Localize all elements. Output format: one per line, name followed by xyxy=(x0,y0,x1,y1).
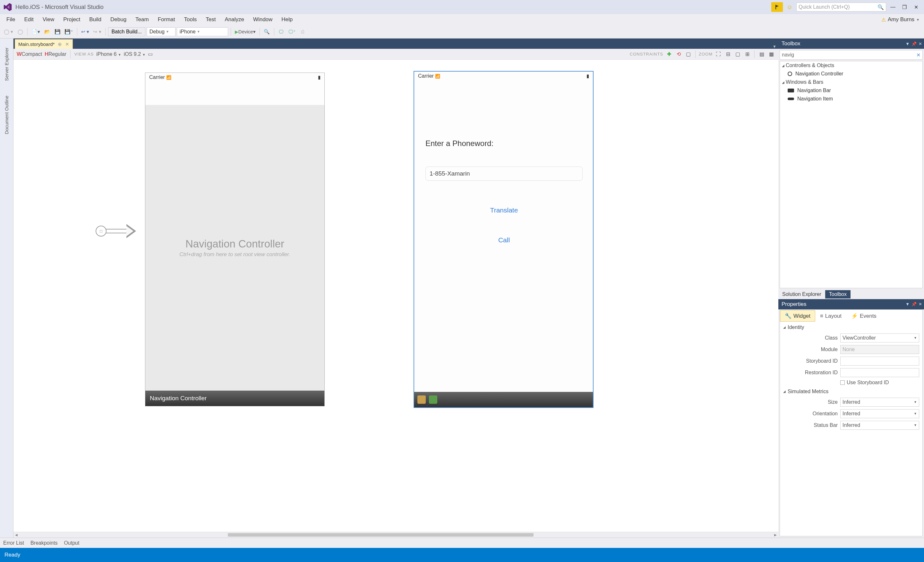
translate-button[interactable]: Translate xyxy=(425,206,583,214)
scene-dock[interactable] xyxy=(414,392,593,407)
close-tab-icon[interactable]: ✕ xyxy=(65,41,69,47)
menu-debug[interactable]: Debug xyxy=(106,15,131,24)
tab-output[interactable]: Output xyxy=(64,540,79,546)
size-class-w[interactable]: WWCompactCompact xyxy=(16,51,42,57)
menu-help[interactable]: Help xyxy=(277,15,297,24)
constraint-update-icon[interactable]: ⟲ xyxy=(675,50,682,58)
tab-toolbox[interactable]: Toolbox xyxy=(825,290,850,299)
document-tab-main-storyboard[interactable]: Main.storyboard* ⊕ ✕ xyxy=(15,39,73,49)
menu-project[interactable]: Project xyxy=(59,15,85,24)
pin-icon[interactable]: 📌 xyxy=(912,41,916,46)
close-window-button[interactable]: ✕ xyxy=(911,2,921,12)
toolbox-item-navigation-item[interactable]: Navigation Item xyxy=(780,95,922,103)
redo-button[interactable]: ↪ ▾ xyxy=(92,27,102,36)
tab-breakpoints[interactable]: Breakpoints xyxy=(30,540,58,546)
menu-edit[interactable]: Edit xyxy=(20,15,38,24)
menu-view[interactable]: View xyxy=(38,15,59,24)
scene-view-controller[interactable]: Carrier 📶 ▮ Enter a Phoneword: 1-855-Xam… xyxy=(414,71,594,408)
class-input[interactable]: ViewController▼ xyxy=(840,334,919,343)
toolbox-item-navigation-controller[interactable]: Navigation Controller xyxy=(780,70,922,78)
call-button[interactable]: Call xyxy=(425,236,583,244)
feedback-smile-button[interactable]: ☺ xyxy=(785,2,794,12)
menu-test[interactable]: Test xyxy=(201,15,220,24)
constraint-add-icon[interactable]: ✚ xyxy=(665,50,673,58)
scroll-right-icon[interactable]: ▶ xyxy=(772,532,778,538)
menu-tools[interactable]: Tools xyxy=(180,15,201,24)
vc-icon[interactable] xyxy=(417,395,426,404)
orientation-input[interactable]: Inferred▼ xyxy=(840,409,919,418)
tab-menu-chevron-icon[interactable]: ▼ xyxy=(772,44,776,49)
properties-panel-header[interactable]: Properties ▼ 📌 ✕ xyxy=(778,299,924,310)
nav-back-button[interactable]: ◯ ▾ xyxy=(3,27,14,36)
zoom-in-icon[interactable]: ⊞ xyxy=(743,50,751,58)
zoom-out-icon[interactable]: ⊟ xyxy=(724,50,732,58)
server-explorer-tab[interactable]: Server Explorer xyxy=(4,45,9,83)
menu-analyze[interactable]: Analyze xyxy=(220,15,248,24)
device-3-button[interactable]: ⎙ xyxy=(298,27,308,36)
device-1-button[interactable]: 🖵 xyxy=(277,27,286,36)
toolbox-panel-header[interactable]: Toolbox ▼ 📌 ✕ xyxy=(778,39,924,49)
menu-file[interactable]: File xyxy=(2,15,20,24)
nav-forward-button[interactable]: ◯ xyxy=(16,27,25,36)
scroll-left-icon[interactable]: ◀ xyxy=(14,532,19,538)
config-selector[interactable]: Debug▼ xyxy=(147,27,176,36)
phoneword-input[interactable]: 1-855-Xamarin xyxy=(425,167,583,181)
toolbox-item-navigation-bar[interactable]: Navigation Bar xyxy=(780,86,922,95)
undo-button[interactable]: ↩ ▾ xyxy=(80,27,90,36)
new-project-button[interactable]: 📄▾ xyxy=(30,27,41,36)
use-storyboard-id-checkbox[interactable] xyxy=(840,380,845,385)
user-name-label[interactable]: Amy Burns xyxy=(888,17,914,23)
ios-selector[interactable]: iOS 9.2 ▼ xyxy=(124,51,146,57)
start-button[interactable]: ▶ Device ▾ xyxy=(234,27,257,36)
document-outline-tab[interactable]: Document Outline xyxy=(4,93,9,137)
section-identity[interactable]: ◢Identity xyxy=(780,323,922,332)
user-menu-chevron-icon[interactable]: ▼ xyxy=(916,18,920,21)
device-selector[interactable]: iPhone 6 ▼ xyxy=(96,51,121,57)
statusbar-input[interactable]: Inferred▼ xyxy=(840,421,919,430)
storyboard-canvas[interactable]: ◻ Carrier 📶 ▮ Navigation Controller Ctrl… xyxy=(14,60,778,532)
save-button[interactable]: 💾 xyxy=(53,27,62,36)
restore-button[interactable]: ❐ xyxy=(900,2,909,12)
notifications-flag-button[interactable] xyxy=(771,2,783,12)
toolbox-group-controllers[interactable]: ◢Controllers & Objects xyxy=(780,61,922,70)
close-panel-icon[interactable]: ✕ xyxy=(918,302,922,307)
toolbox-search-input[interactable]: navig ✕ xyxy=(780,50,923,60)
zoom-actual-icon[interactable]: ▢ xyxy=(734,50,741,58)
target-selector[interactable]: iPhone▼ xyxy=(177,27,228,36)
close-panel-icon[interactable]: ✕ xyxy=(918,41,922,46)
scroll-thumb[interactable] xyxy=(228,533,534,536)
panel-menu-icon[interactable]: ▼ xyxy=(905,302,910,307)
find-button[interactable]: 🔍 xyxy=(262,27,272,36)
zoom-fit-icon[interactable]: ⛶ xyxy=(714,50,722,58)
mode-widget-tab[interactable]: 🔧Widget xyxy=(780,310,815,322)
mode-layout-tab[interactable]: ≡Layout xyxy=(815,311,846,322)
save-all-button[interactable]: 💾⁺ xyxy=(63,27,74,36)
canvas-horizontal-scrollbar[interactable]: ◀ ▶ xyxy=(14,532,778,538)
pin-icon[interactable]: 📌 xyxy=(912,302,916,307)
batch-build-button[interactable]: Batch Build... xyxy=(108,27,146,36)
panel-menu-icon[interactable]: ▼ xyxy=(905,41,910,46)
minimize-button[interactable]: — xyxy=(888,2,898,12)
restoration-id-input[interactable] xyxy=(840,368,919,377)
clear-search-icon[interactable]: ✕ xyxy=(916,52,921,58)
device-icon[interactable]: ▭ xyxy=(148,51,153,57)
menu-build[interactable]: Build xyxy=(85,15,106,24)
open-button[interactable]: 📂 xyxy=(43,27,52,36)
misc-1-icon[interactable]: ▤ xyxy=(758,50,765,58)
menu-team[interactable]: Team xyxy=(131,15,153,24)
initial-vc-arrow-icon[interactable]: ◻ xyxy=(96,224,136,238)
phoneword-label[interactable]: Enter a Phoneword: xyxy=(425,139,494,148)
device-2-button[interactable]: 🖵⁺ xyxy=(287,27,297,36)
pin-icon[interactable]: ⊕ xyxy=(58,41,62,47)
scene-navigation-controller[interactable]: Carrier 📶 ▮ Navigation Controller Ctrl+d… xyxy=(145,72,325,406)
storyboard-id-input[interactable] xyxy=(840,356,919,365)
size-input[interactable]: Inferred▼ xyxy=(840,398,919,407)
scene-bottom-bar[interactable]: Navigation Controller xyxy=(146,391,324,406)
exit-icon[interactable] xyxy=(429,395,437,404)
quick-launch-input[interactable]: Quick Launch (Ctrl+Q) 🔍 xyxy=(796,3,886,12)
size-class-h[interactable]: HRegular xyxy=(45,51,66,57)
mode-events-tab[interactable]: ⚡Events xyxy=(846,310,881,322)
section-simulated-metrics[interactable]: ◢Simulated Metrics xyxy=(780,387,922,397)
constraint-frame-icon[interactable]: ▢ xyxy=(684,50,692,58)
tab-solution-explorer[interactable]: Solution Explorer xyxy=(778,290,825,299)
